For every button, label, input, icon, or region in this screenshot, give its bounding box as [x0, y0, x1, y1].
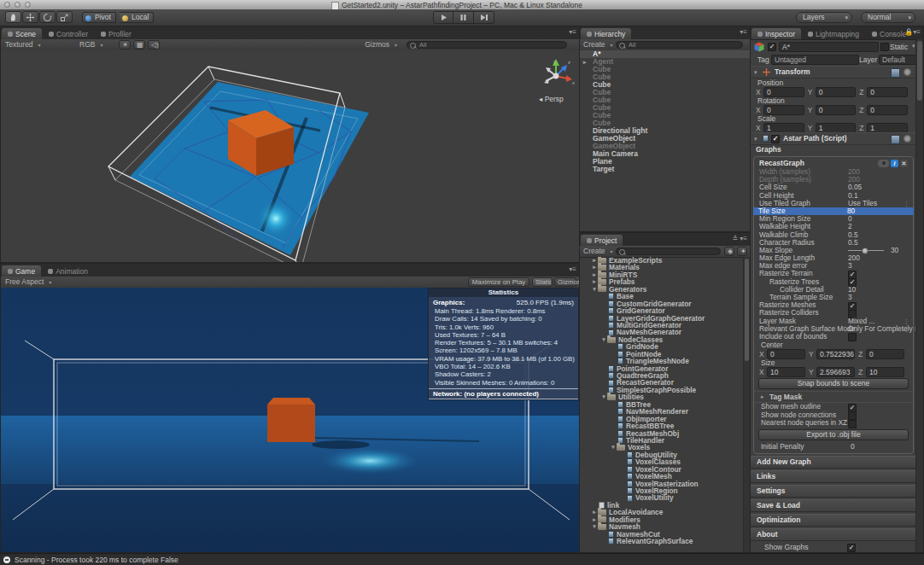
panel-menu-icon[interactable]: ▾≡	[569, 29, 576, 36]
layout-dropdown[interactable]: Normal	[861, 12, 915, 23]
tab-game[interactable]: Game	[2, 265, 41, 277]
step-button[interactable]	[474, 11, 494, 24]
tab-hierarchy[interactable]: Hierarchy	[581, 28, 631, 39]
tag-dropdown[interactable]: Untagged	[771, 55, 859, 65]
hierarchy-item[interactable]: Target	[580, 166, 750, 173]
pause-button[interactable]	[453, 11, 474, 24]
foldout-arrow-icon[interactable]: ▸	[591, 257, 598, 264]
project-item[interactable]: ▸MiniRTS	[580, 271, 744, 278]
section-optimization[interactable]: Optimization	[751, 514, 916, 527]
setting-row[interactable]: Include out of bounds	[754, 333, 913, 341]
maximize-on-play-button[interactable]: Maximize on Play	[468, 277, 529, 287]
foldout-arrow-icon[interactable]: ▾	[754, 133, 757, 144]
section-save-load[interactable]: Save & Load	[751, 499, 916, 512]
panel-menu-icon[interactable]: ▾≡	[740, 29, 747, 36]
setting-value[interactable]: 3	[848, 294, 852, 301]
project-item[interactable]: ▸LocalAvoidance	[580, 509, 744, 515]
rotate-tool-button[interactable]	[39, 11, 56, 23]
vector-z-field[interactable]: 0	[866, 349, 904, 359]
vector-y-field[interactable]: 0	[816, 105, 857, 115]
scene-orientation-gizmo[interactable]: x z y ◂ Persp	[535, 57, 576, 107]
vector-x-field[interactable]: 10	[767, 367, 805, 377]
tab-scene[interactable]: Scene	[2, 28, 42, 39]
project-item[interactable]: VoxelUtility	[580, 494, 744, 501]
tab-controller[interactable]: Controller	[43, 28, 94, 39]
gear-icon[interactable]	[904, 135, 911, 143]
tab-animation[interactable]: Animation	[42, 265, 94, 277]
vector-y-field[interactable]: 2.596693	[816, 367, 855, 377]
vector-z-field[interactable]: 0	[867, 105, 908, 115]
section-links[interactable]: Links	[751, 470, 916, 483]
active-checkbox[interactable]	[768, 43, 776, 51]
project-item[interactable]: ▾Generators	[580, 286, 744, 293]
aspect-dropdown[interactable]: Free Aspect	[5, 277, 52, 287]
setting-value[interactable]: 30	[891, 247, 898, 254]
graph-visibility-eye-icon[interactable]	[878, 160, 889, 167]
foldout-arrow-icon[interactable]: ▸	[583, 58, 587, 66]
section-about[interactable]: About	[751, 528, 916, 541]
project-scrollbar[interactable]	[743, 257, 750, 552]
static-dropdown-icon[interactable]: ▾	[912, 43, 915, 50]
foldout-arrow-icon[interactable]: ▸	[591, 264, 598, 271]
setting-value[interactable]: 0.5	[848, 239, 858, 247]
toggle-row[interactable]: Nearest node queries in XZ sp	[754, 419, 913, 428]
panel-menu-icon[interactable]: ≙ ▾≡	[732, 236, 747, 242]
gear-icon[interactable]	[904, 68, 911, 76]
project-item[interactable]: ▸ExampleScripts	[580, 257, 744, 264]
tab-lightmapping[interactable]: Lightmapping	[802, 28, 865, 39]
hand-tool-button[interactable]	[5, 11, 21, 23]
slider-thumb[interactable]	[862, 248, 868, 254]
foldout-arrow-icon[interactable]: ▾	[600, 393, 607, 400]
project-item[interactable]: ▾Navmesh	[580, 523, 744, 530]
scene-fx-toggle[interactable]: ▦	[133, 40, 145, 50]
setting-row[interactable]: Rasterize Trees	[754, 278, 913, 286]
vector-y-field[interactable]: 0	[816, 87, 857, 97]
snap-bounds-button[interactable]: Snap bounds to scene	[758, 378, 909, 389]
foldout-arrow-icon[interactable]: ▾	[591, 523, 598, 530]
foldout-arrow-icon[interactable]: ▸	[761, 392, 764, 402]
foldout-arrow-icon[interactable]: ▸	[591, 271, 598, 278]
vector-x-field[interactable]: 0	[763, 87, 804, 97]
hierarchy-create-dropdown[interactable]: Create	[583, 40, 614, 50]
static-checkbox[interactable]	[880, 43, 889, 51]
scene-search-input[interactable]: All	[406, 41, 567, 49]
render-channel-dropdown[interactable]: RGB	[79, 40, 103, 50]
toggle-checkbox[interactable]	[848, 420, 857, 428]
vector-x-field[interactable]: 0	[763, 105, 804, 115]
dropdown-icon[interactable]: ⋮	[904, 200, 909, 207]
search-by-type-icon[interactable]: ◈	[724, 247, 734, 256]
hierarchy-search-input[interactable]: All	[616, 41, 743, 49]
vector-z-field[interactable]: 0	[867, 87, 908, 97]
layers-dropdown[interactable]: Layers	[796, 12, 852, 23]
info-icon[interactable]: i	[891, 160, 898, 167]
export-obj-button[interactable]: Export to .obj file	[758, 429, 909, 440]
scale-tool-button[interactable]	[56, 11, 73, 23]
vector-x-field[interactable]: 0	[767, 349, 805, 359]
perspective-toggle[interactable]: ◂ Persp	[539, 95, 564, 103]
foldout-arrow-icon[interactable]: ▸	[591, 509, 598, 515]
panel-menu-icon[interactable]: 🔒▾≡	[904, 29, 921, 36]
foldout-arrow-icon[interactable]: ▾	[754, 67, 757, 78]
project-item[interactable]: RelevantGraphSurface	[580, 538, 744, 545]
tab-profiler[interactable]: Profiler	[95, 28, 137, 39]
game-gizmos-dropdown[interactable]: Gizmos ▾	[554, 277, 576, 287]
vector-y-field[interactable]: 1	[816, 123, 857, 133]
project-item[interactable]: ▸Prefabs	[580, 278, 744, 285]
project-item[interactable]: SimplestGraphPossible	[580, 387, 744, 393]
help-book-icon[interactable]	[891, 135, 900, 144]
transform-component-header[interactable]: ▾ Transform	[751, 66, 916, 79]
vector-z-field[interactable]: 10	[866, 367, 904, 377]
project-item[interactable]: ▸Materials	[580, 264, 744, 271]
game-viewport[interactable]: Statistics Graphics: 525.0 FPS (1.9ms) M…	[1, 288, 579, 552]
project-create-dropdown[interactable]: Create	[583, 247, 614, 256]
scene-gizmos-dropdown[interactable]: Gizmos	[365, 40, 398, 50]
local-toggle-button[interactable]: Local	[120, 12, 154, 23]
layer-dropdown[interactable]: Default	[879, 55, 916, 65]
inspector-scrollbar[interactable]	[915, 39, 923, 552]
tag-mask-foldout[interactable]: ▸ Tag Mask	[754, 391, 913, 402]
render-mode-dropdown[interactable]: Textured	[5, 40, 42, 50]
gameobject-name-field[interactable]: A*	[779, 42, 879, 52]
foldout-arrow-icon[interactable]: ▾	[591, 286, 598, 293]
move-tool-button[interactable]	[22, 11, 38, 23]
pivot-toggle-button[interactable]: Pivot	[82, 12, 116, 23]
